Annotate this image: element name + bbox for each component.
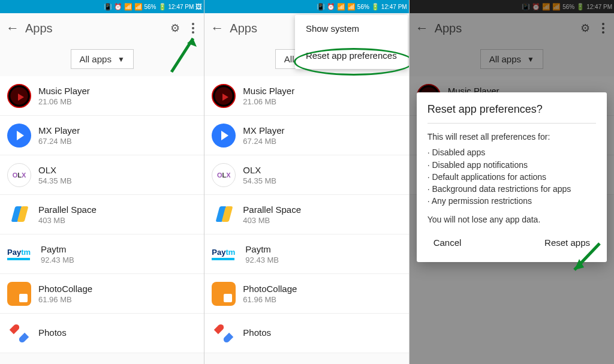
dialog-body: This will reset all preferences for: Dis… <box>428 124 596 229</box>
list-item[interactable]: PhotoCollage61.96 MB <box>204 274 408 314</box>
back-button[interactable]: ← <box>4 18 25 38</box>
list-item[interactable]: Paytm Paytm92.43 MB <box>204 234 408 274</box>
app-icon-mx-player <box>212 124 236 148</box>
list-item[interactable]: MX Player67.24 MB <box>204 116 408 155</box>
app-icon-mx-player <box>7 124 31 148</box>
alarm-icon: ⏰ <box>327 3 335 11</box>
list-item[interactable]: Music Player21.06 MB <box>0 76 204 116</box>
list-item[interactable]: Paytm Paytm92.43 MB <box>0 234 204 274</box>
reset-preferences-dialog: Reset app preferences? This will reset a… <box>417 92 607 262</box>
reset-apps-button[interactable]: Reset apps <box>541 233 594 252</box>
dialog-list-item: Disabled app notifications <box>428 159 596 171</box>
dialog-list-item: Default applications for actions <box>428 171 596 183</box>
list-item[interactable]: PhotoCollage61.96 MB <box>0 274 204 314</box>
menu-show-system[interactable]: Show system <box>295 15 408 42</box>
overflow-menu-button[interactable] <box>186 19 200 37</box>
vibrate-icon: 📳 <box>317 3 325 11</box>
clock-text: 12:47 PM <box>168 4 194 10</box>
list-item[interactable]: Music Player21.06 MB <box>204 76 408 116</box>
list-item[interactable]: Photos <box>0 314 204 353</box>
app-icon-music-player <box>212 84 236 108</box>
wifi-icon: 📶 <box>124 3 133 11</box>
list-item[interactable]: Photos <box>204 314 408 353</box>
picture-icon: 🖼 <box>195 3 202 10</box>
filter-dropdown[interactable]: All apps ▼ <box>71 49 134 69</box>
battery-icon: 🔋 <box>158 3 167 11</box>
screen-apps-list: 📳 ⏰ 📶 📶 56% 🔋 12:47 PM 🖼 ← Apps ⚙ All ap… <box>0 0 204 364</box>
app-icon-parallel-space <box>7 203 31 227</box>
wifi-icon: 📶 <box>337 3 345 11</box>
app-icon-paytm: Paytm <box>7 242 34 266</box>
app-icon-paytm: Paytm <box>212 242 238 266</box>
signal-icon: 📶 <box>347 3 356 11</box>
chevron-down-icon: ▼ <box>118 55 125 64</box>
list-item[interactable]: Parallel Space403 MB <box>0 195 204 234</box>
settings-gear-icon[interactable]: ⚙ <box>164 18 186 38</box>
dialog-outro: You will not lose any app data. <box>428 213 596 225</box>
dialog-list-item: Disabled apps <box>428 146 596 158</box>
dialog-list-item: Background data restrictions for apps <box>428 183 596 195</box>
apps-list[interactable]: Music Player21.06 MB MX Player67.24 MB O… <box>204 76 408 353</box>
filter-row: All apps ▼ <box>0 43 204 76</box>
dialog-list-item: Any permission restrictions <box>428 195 596 207</box>
cancel-button[interactable]: Cancel <box>430 233 465 252</box>
status-bar: 📳 ⏰ 📶 📶 56% 🔋 12:47 PM 🖼 <box>0 0 204 13</box>
alarm-icon: ⏰ <box>114 3 122 11</box>
app-bar: ← Apps ⚙ <box>0 13 204 43</box>
app-icon-olx: OLX <box>7 163 31 187</box>
app-icon-olx: OLX <box>212 163 236 187</box>
battery-text: 56% <box>357 4 369 10</box>
app-icon-music-player <box>7 84 31 108</box>
app-icon-parallel-space <box>212 203 236 227</box>
app-icon-photocollage <box>7 282 31 306</box>
status-bar: 📳 ⏰ 📶 📶 56% 🔋 12:47 PM <box>204 0 408 13</box>
overflow-popup: Show system Reset app preferences <box>295 15 408 69</box>
battery-icon: 🔋 <box>371 3 380 11</box>
dialog-title: Reset app preferences? <box>428 103 596 124</box>
app-icon-photos <box>212 321 236 345</box>
menu-reset-app-preferences[interactable]: Reset app preferences <box>295 42 408 69</box>
apps-list[interactable]: Music Player21.06 MB MX Player67.24 MB O… <box>0 76 204 353</box>
app-icon-photocollage <box>212 282 236 306</box>
app-icon-photos <box>7 321 31 345</box>
list-item[interactable]: MX Player67.24 MB <box>0 116 204 155</box>
screen-overflow-open: 📳 ⏰ 📶 📶 56% 🔋 12:47 PM ← Apps All apps ▼… <box>204 0 409 364</box>
screen-reset-dialog: 📳 ⏰ 📶 📶 56% 🔋 12:47 PM ← Apps ⚙ All apps… <box>410 0 614 364</box>
filter-label: All apps <box>80 54 112 64</box>
clock-text: 12:47 PM <box>381 4 407 10</box>
list-item[interactable]: OLX OLX54.35 MB <box>204 155 408 195</box>
signal-icon: 📶 <box>134 3 143 11</box>
vibrate-icon: 📳 <box>104 3 112 11</box>
dialog-intro: This will reset all preferences for: <box>428 131 596 143</box>
back-button[interactable]: ← <box>208 18 230 38</box>
page-title: Apps <box>25 22 164 35</box>
list-item[interactable]: OLX OLX54.35 MB <box>0 155 204 195</box>
battery-text: 56% <box>145 4 156 10</box>
list-item[interactable]: Parallel Space403 MB <box>204 195 408 234</box>
dialog-actions: Cancel Reset apps <box>428 229 596 257</box>
